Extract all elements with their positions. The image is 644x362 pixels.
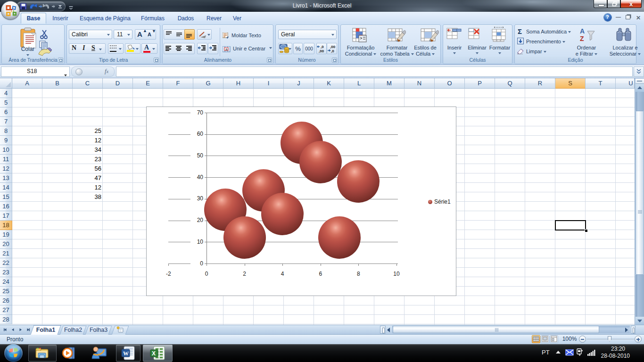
svg-text:a: a xyxy=(225,47,228,51)
svg-text:Z: Z xyxy=(580,35,584,42)
svg-text:W: W xyxy=(123,350,129,357)
svg-text:,00: ,00 xyxy=(319,49,324,53)
svg-text:,0: ,0 xyxy=(331,49,334,53)
svg-text:X: X xyxy=(152,350,156,357)
svg-text:A: A xyxy=(580,27,585,35)
svg-text:,0: ,0 xyxy=(321,45,324,49)
svg-text:,00: ,00 xyxy=(330,45,336,49)
